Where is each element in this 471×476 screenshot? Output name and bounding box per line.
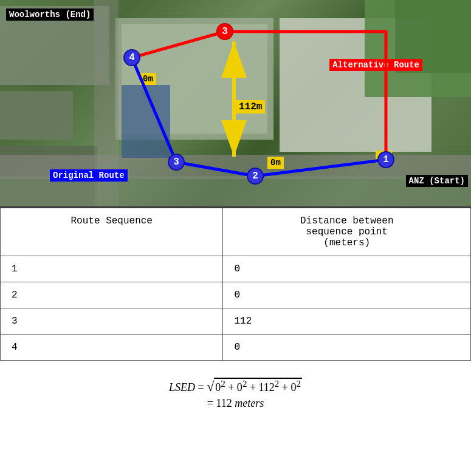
row-1-seq: 1 [1, 256, 223, 282]
row-4-seq: 4 [1, 335, 223, 361]
row-4-dist: 0 [223, 335, 471, 361]
table-row: 4 0 [1, 335, 471, 361]
route-overlay [0, 0, 471, 206]
table-row: 1 0 [1, 256, 471, 282]
sqrt-expression: √02 + 02 + 1122 + 02 [207, 378, 302, 395]
node-1: 1 [377, 151, 394, 168]
node-3-top: 3 [216, 23, 233, 40]
formula-equals: = [198, 381, 207, 393]
formula-result: = 112 meters [207, 397, 264, 409]
row-3-dist: 112 [223, 308, 471, 335]
row-3-seq: 3 [1, 308, 223, 335]
col-header-sequence: Route Sequence [1, 208, 223, 256]
formula-line-1: LSED = √02 + 02 + 1122 + 02 [12, 378, 459, 395]
row-1-dist: 0 [223, 256, 471, 282]
col-header-distance: Distance betweensequence point(meters) [223, 208, 471, 256]
node-3-bottom: 3 [168, 154, 185, 171]
map-container: 1 2 3 3 4 Woolworths (End) ANZ (Start) A… [0, 0, 471, 206]
node-2: 2 [247, 168, 264, 185]
sqrt-content: 02 + 02 + 1122 + 02 [214, 378, 302, 394]
row-2-dist: 0 [223, 282, 471, 308]
row-2-seq: 2 [1, 282, 223, 308]
sqrt-symbol: √ [207, 379, 214, 394]
formula-line-2: = 112 meters [12, 397, 459, 410]
node-4: 4 [123, 49, 140, 66]
table-row: 3 112 [1, 308, 471, 335]
formula-section: LSED = √02 + 02 + 1122 + 02 = 112 meters [0, 361, 471, 424]
lsed-label: LSED [169, 381, 195, 393]
route-table: Route Sequence Distance betweensequence … [0, 208, 471, 361]
route-table-section: Route Sequence Distance betweensequence … [0, 206, 471, 361]
table-row: 2 0 [1, 282, 471, 308]
